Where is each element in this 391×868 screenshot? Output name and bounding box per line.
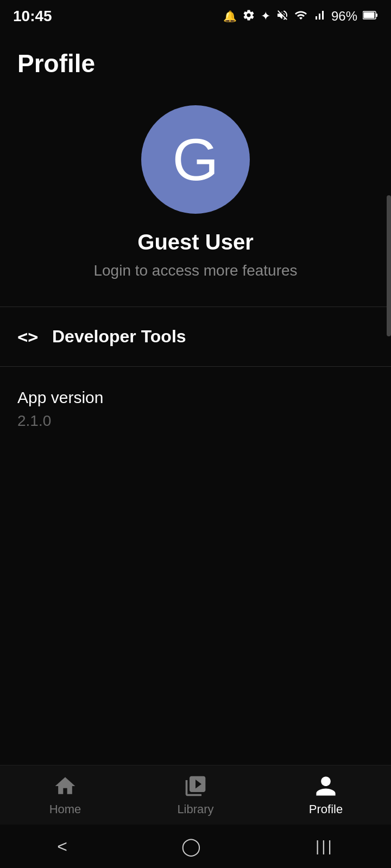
settings-icon [242,9,255,24]
avatar-letter: G [172,130,219,189]
developer-tools-item[interactable]: <> Developer Tools [0,307,391,366]
back-button[interactable]: < [57,837,67,857]
version-number: 2.1.0 [17,412,374,430]
notification-icon: 🔔 [223,10,237,23]
page-title: Profile [0,33,391,89]
mute-icon [276,9,289,24]
profile-icon [314,774,338,798]
version-section: App version 2.1.0 [0,367,391,441]
developer-tools-label: Developer Tools [52,327,186,347]
status-time: 10:45 [13,8,52,25]
signal-icon [313,9,326,24]
nav-item-library[interactable]: Library [152,774,239,816]
svg-rect-1 [376,14,377,17]
nav-label-profile: Profile [309,802,343,816]
avatar[interactable]: G [141,105,250,214]
nav-item-home[interactable]: Home [22,774,109,816]
battery-icon [363,10,378,22]
wand-icon: ✦ [261,9,270,23]
home-icon [53,774,77,798]
wifi-icon [294,9,307,24]
bottom-nav: Home Library Profile [0,765,391,825]
nav-label-home: Home [49,802,81,816]
status-bar: 10:45 🔔 ✦ 96% [0,0,391,33]
library-icon [184,774,207,798]
version-label: App version [17,388,374,407]
battery-text: 96% [331,9,357,24]
recents-button[interactable]: ||| [316,838,334,855]
scrollbar[interactable] [387,195,391,336]
avatar-section: G Guest User Login to access more featur… [0,89,391,307]
svg-rect-2 [364,12,375,18]
user-name: Guest User [137,230,253,254]
user-subtitle: Login to access more features [93,262,297,279]
code-icon: <> [17,328,41,346]
svg-text:<>: <> [17,328,39,346]
home-button[interactable]: ◯ [181,836,201,857]
nav-label-library: Library [177,802,213,816]
nav-item-profile[interactable]: Profile [282,774,369,816]
system-nav: < ◯ ||| [0,825,391,868]
status-icons: 🔔 ✦ 96% [223,9,378,24]
